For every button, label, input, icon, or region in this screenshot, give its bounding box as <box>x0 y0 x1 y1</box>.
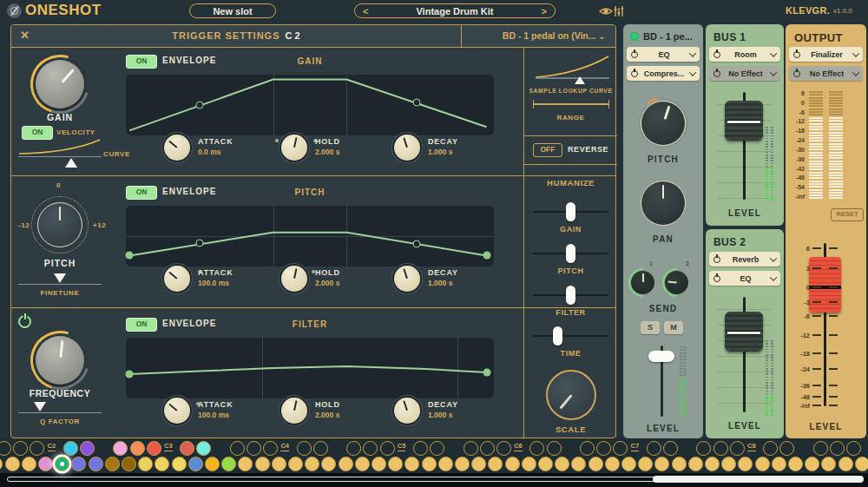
envelope-point-pitch-1[interactable] <box>412 240 420 248</box>
envelope-point-gain-1[interactable] <box>412 99 420 107</box>
pad-white-37[interactable] <box>621 457 636 471</box>
reverse-toggle[interactable]: OFF <box>533 143 562 157</box>
gain-knob[interactable] <box>36 60 84 109</box>
filter-hold-knob[interactable] <box>281 398 307 424</box>
pad-black-27.5[interactable] <box>464 441 478 456</box>
humanize-time-handle[interactable] <box>553 326 562 346</box>
pad-white-10[interactable] <box>172 457 187 471</box>
pad-black-14.5[interactable] <box>247 441 261 456</box>
kit-selector[interactable]: < Vintage Drum Kit > <box>354 3 556 18</box>
pad-black-4.5[interactable] <box>80 441 95 456</box>
bus1-fx-2[interactable]: No Effect <box>709 66 780 81</box>
pad-white-13[interactable] <box>221 457 236 471</box>
pad-white-15[interactable] <box>255 457 270 471</box>
pad-white-51[interactable] <box>855 457 868 471</box>
mixer-view-icon[interactable] <box>599 3 623 18</box>
pad-white-2[interactable] <box>38 457 53 471</box>
pitch-attack-knob[interactable] <box>164 266 190 292</box>
pad-white-8[interactable] <box>138 457 153 471</box>
finetune-marker[interactable] <box>54 273 66 283</box>
range-slider[interactable] <box>533 100 609 109</box>
pad-white-42[interactable] <box>705 457 720 471</box>
pad-black-43.5[interactable] <box>730 441 745 456</box>
envelope-graph-gain[interactable] <box>126 75 494 135</box>
filter-attack-knob[interactable] <box>164 398 190 424</box>
mute-button[interactable]: M <box>664 321 683 334</box>
pad-white-11[interactable] <box>188 457 203 471</box>
sample-lookup-curve-display[interactable] <box>535 51 610 82</box>
pad-white-23[interactable] <box>388 457 403 471</box>
pad-white-27[interactable] <box>455 457 470 471</box>
pad-black-7.5[interactable] <box>130 441 145 456</box>
pad-black-50.5[interactable] <box>846 441 861 456</box>
pad-black-35.5[interactable] <box>596 441 611 456</box>
pad-black-18.5[interactable] <box>313 441 328 456</box>
output-level-fader-handle[interactable] <box>809 257 841 313</box>
sample-dropdown[interactable]: BD - 1 pedal on (Vin... ⌄ <box>466 30 605 41</box>
pad-black-48.5[interactable] <box>813 441 828 456</box>
pad-white-32[interactable] <box>538 457 553 471</box>
envelope-end-dot-pitch[interactable] <box>483 252 490 260</box>
pad-black-34.5[interactable] <box>580 441 595 456</box>
bus1-level-fader-handle[interactable] <box>725 101 763 141</box>
power-icon[interactable] <box>631 51 638 58</box>
pad-black-17.5[interactable] <box>297 441 312 456</box>
pad-black-39.5[interactable] <box>663 441 678 456</box>
channel-fx-2[interactable]: Compres... <box>627 66 700 81</box>
pad-white-22[interactable] <box>372 457 386 471</box>
pad-scrollbar-thumb[interactable] <box>653 476 864 483</box>
scale-knob[interactable] <box>546 370 596 420</box>
new-slot-button[interactable]: New slot <box>189 3 276 18</box>
pad-white-31[interactable] <box>522 457 536 471</box>
pad-white-43[interactable] <box>721 457 736 471</box>
filter-decay-knob[interactable] <box>394 398 420 424</box>
humanize-filter-handle[interactable] <box>566 286 575 305</box>
bus2-fx-1[interactable]: Reverb <box>709 252 780 267</box>
pad-white-40[interactable] <box>672 457 687 471</box>
send2-knob[interactable] <box>665 271 688 294</box>
pad-white-7[interactable] <box>122 457 136 471</box>
envelope-end-dot-filter[interactable] <box>483 368 490 376</box>
gain-decay-knob[interactable] <box>394 135 420 161</box>
output-fx-2[interactable]: No Effect <box>789 66 863 81</box>
pad-black-25.5[interactable] <box>430 441 444 456</box>
pitch-hold-knob[interactable] <box>281 266 307 292</box>
power-icon[interactable] <box>713 275 720 282</box>
curve-marker[interactable] <box>65 158 77 168</box>
pad-white-21[interactable] <box>355 457 370 471</box>
pad-black-24.5[interactable] <box>413 441 428 456</box>
pad-white-17[interactable] <box>288 457 303 471</box>
pad-black-20.5[interactable] <box>346 441 361 456</box>
pad-black-8.5[interactable] <box>147 441 161 456</box>
pad-white-16[interactable] <box>272 457 286 471</box>
bus1-fx-1[interactable]: Room <box>709 47 780 62</box>
pad-white-47[interactable] <box>788 457 803 471</box>
channel-level-fader-handle[interactable] <box>648 351 674 362</box>
channel-pan-knob[interactable] <box>641 181 686 226</box>
pad-white-35[interactable] <box>589 457 603 471</box>
pad-white-48[interactable] <box>805 457 819 471</box>
frequency-knob[interactable] <box>36 336 84 385</box>
bus2-level-fader-handle[interactable] <box>725 312 763 352</box>
pad-white-3[interactable] <box>55 457 69 471</box>
output-fx-1[interactable]: Finalizer <box>789 47 863 62</box>
pad-black-45.5[interactable] <box>763 441 778 456</box>
humanize-gain-handle[interactable] <box>566 202 575 221</box>
pad-white-12[interactable] <box>205 457 220 471</box>
reset-button[interactable]: RESET <box>831 208 864 221</box>
envelope-graph-pitch[interactable] <box>126 206 494 267</box>
pad-white-50[interactable] <box>838 457 853 471</box>
pad-white-26[interactable] <box>438 457 453 471</box>
bus2-fx-2[interactable]: EQ <box>709 271 780 286</box>
pad-white-30[interactable] <box>505 457 520 471</box>
pad-white-0[interactable] <box>5 457 20 471</box>
pad-white-41[interactable] <box>688 457 703 471</box>
pad-black-0.5[interactable] <box>13 441 28 456</box>
gain-hold-knob[interactable] <box>281 135 307 161</box>
pad-black-49.5[interactable] <box>830 441 845 456</box>
solo-button[interactable]: S <box>641 321 660 334</box>
pad-white-46[interactable] <box>772 457 786 471</box>
pad-white-5[interactable] <box>89 457 103 471</box>
pad-white-36[interactable] <box>605 457 620 471</box>
channel-fx-1[interactable]: EQ <box>627 47 700 62</box>
